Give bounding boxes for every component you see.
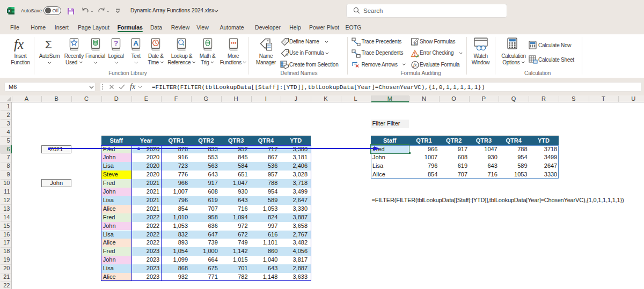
svg-text:fx: fx — [413, 62, 417, 68]
svg-text:A: A — [133, 39, 138, 47]
svg-text:X: X — [8, 8, 10, 13]
svg-text:fx: fx — [414, 41, 417, 46]
svg-text:fx: fx — [286, 53, 289, 57]
svg-text:?: ? — [114, 39, 118, 47]
